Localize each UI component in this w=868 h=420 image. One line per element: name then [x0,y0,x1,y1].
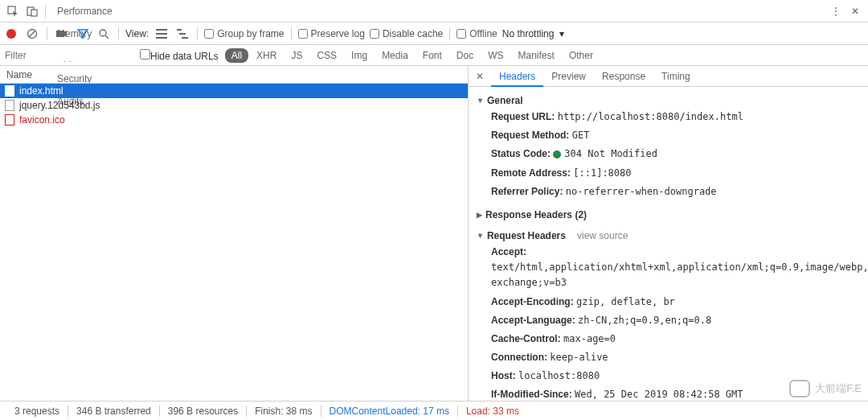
header-row: Accept-Language: zh-CN,zh;q=0.9,en;q=0.8 [477,311,860,330]
request-row[interactable]: jquery.12d543bd.js [0,98,468,113]
section-general[interactable]: ▼General [477,93,860,108]
status-requests: 3 requests [6,406,68,417]
detail-tab-preview[interactable]: Preview [543,66,594,87]
request-detail-panel: ✕ HeadersPreviewResponseTiming ▼General … [469,66,868,401]
close-devtools-icon[interactable]: ✕ [845,2,865,21]
detail-tab-headers[interactable]: Headers [491,66,543,87]
svg-rect-10 [156,37,167,39]
status-bar: 3 requests 346 B transferred 396 B resou… [0,401,868,420]
request-name: favicon.ico [19,114,65,126]
svg-line-4 [29,31,35,37]
filter-type-ws[interactable]: WS [481,48,510,63]
devtools-tabs-bar: ElementsConsoleSourcesNetworkPerformance… [0,0,868,23]
filter-type-all[interactable]: All [225,48,248,63]
header-row: Cache-Control: max-age=0 [477,330,860,348]
header-row: Accept: text/html,application/xhtml+xml,… [477,243,860,293]
clear-icon[interactable] [24,26,40,42]
disable-cache-checkbox[interactable]: Disable cache [370,28,443,39]
filter-bar: Hide data URLs AllXHRJSCSSImgMediaFontDo… [0,45,868,66]
filter-type-media[interactable]: Media [375,48,415,63]
filter-type-manifest[interactable]: Manifest [512,48,561,63]
header-row: Remote Address: [::1]:8080 [477,164,860,183]
view-label: View: [125,28,149,39]
status-transferred: 346 B transferred [68,406,160,417]
request-name: jquery.12d543bd.js [19,100,100,111]
preserve-log-checkbox[interactable]: Preserve log [298,28,365,39]
file-icon [5,114,14,126]
status-resources: 396 B resources [160,406,247,417]
waterfall-icon[interactable] [174,26,190,42]
search-icon[interactable] [96,26,112,42]
header-row: Referrer Policy: no-referrer-when-downgr… [477,183,860,201]
section-response-headers[interactable]: ▶Response Headers (2) [477,208,860,222]
svg-rect-9 [156,33,167,35]
filter-icon[interactable] [75,26,91,42]
header-row: If-Modified-Since: Wed, 25 Dec 2019 08:4… [477,385,860,401]
record-button[interactable] [3,26,19,42]
main-area: Name index.htmljquery.12d543bd.jsfavicon… [0,66,868,401]
status-finish: Finish: 38 ms [247,406,321,417]
svg-point-6 [100,30,106,36]
hide-data-urls-checkbox[interactable]: Hide data URLs [140,49,219,62]
header-row: Host: localhost:8080 [477,367,860,385]
status-dcl: DOMContentLoaded: 17 ms [321,406,458,417]
camera-icon[interactable] [54,26,70,42]
file-icon [5,85,14,97]
filter-type-doc[interactable]: Doc [450,48,480,63]
more-icon[interactable]: ⋮ [826,2,845,21]
large-rows-icon[interactable] [154,26,170,42]
svg-rect-12 [179,33,186,35]
svg-line-7 [105,35,108,39]
view-source-link[interactable]: view source [577,230,628,241]
request-row[interactable]: index.html [0,84,468,98]
svg-rect-13 [182,37,188,39]
close-details-icon[interactable]: ✕ [472,71,488,82]
throttling-select[interactable]: No throttling ▾ [502,28,564,39]
filter-type-other[interactable]: Other [563,48,600,63]
detail-tabs: ✕ HeadersPreviewResponseTiming [469,66,868,87]
device-toggle-icon[interactable] [23,2,42,21]
network-toolbar: View: Group by frame Preserve log Disabl… [0,23,868,45]
detail-tab-response[interactable]: Response [594,66,653,87]
group-by-frame-checkbox[interactable]: Group by frame [204,28,284,39]
svg-rect-2 [31,10,37,16]
detail-tab-timing[interactable]: Timing [653,66,698,87]
header-row: Accept-Encoding: gzip, deflate, br [477,293,860,311]
filter-type-img[interactable]: Img [345,48,374,63]
header-row: Status Code: 304 Not Modified [477,145,860,163]
header-row: Request Method: GET [477,126,860,145]
filter-type-font[interactable]: Font [416,48,448,63]
header-row: Request URL: http://localhost:8080/index… [477,108,860,126]
svg-rect-5 [56,31,63,37]
svg-rect-11 [177,29,182,31]
request-list-panel: Name index.htmljquery.12d543bd.jsfavicon… [0,66,469,401]
request-row[interactable]: favicon.ico [0,113,468,127]
header-row: Connection: keep-alive [477,348,860,367]
filter-input[interactable] [5,50,133,61]
tab-performance[interactable]: Performance [49,0,121,23]
request-name: index.html [19,85,63,97]
offline-checkbox[interactable]: Offline [457,28,497,39]
separator [45,5,46,18]
filter-type-css[interactable]: CSS [310,48,343,63]
file-icon [5,100,14,111]
section-request-headers[interactable]: ▼Request Headersview source [477,229,860,243]
filter-type-xhr[interactable]: XHR [250,48,283,63]
svg-rect-8 [156,29,167,31]
status-load: Load: 33 ms [458,406,527,417]
headers-content: ▼General Request URL: http://localhost:8… [469,87,868,401]
inspect-icon[interactable] [3,2,23,21]
column-header-name[interactable]: Name [0,66,468,84]
filter-type-js[interactable]: JS [285,48,309,63]
